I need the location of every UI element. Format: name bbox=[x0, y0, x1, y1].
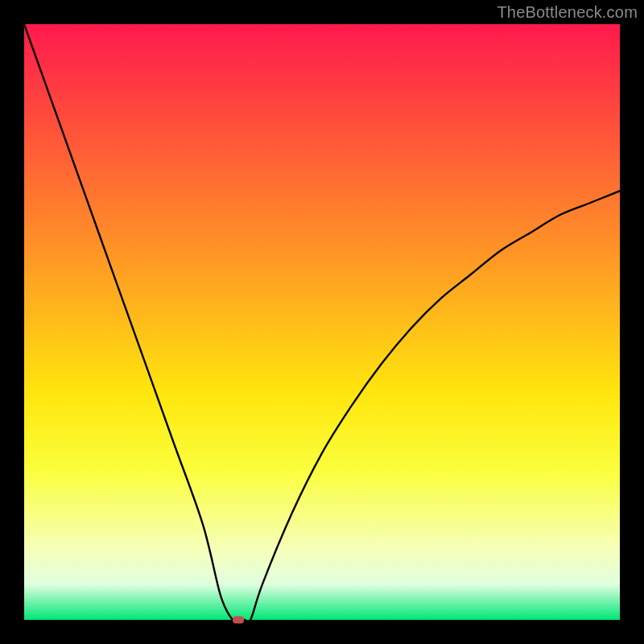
plot-area bbox=[24, 24, 620, 620]
chart-frame: TheBottleneck.com bbox=[0, 0, 644, 644]
curve-svg bbox=[24, 24, 620, 620]
bottleneck-curve-path bbox=[24, 24, 620, 620]
optimum-marker bbox=[233, 617, 244, 624]
watermark-text: TheBottleneck.com bbox=[497, 3, 638, 22]
